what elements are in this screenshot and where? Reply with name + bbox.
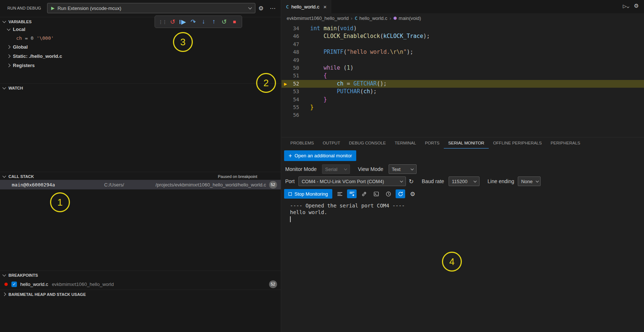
code-line-54[interactable]: 54 } xyxy=(282,96,644,104)
breakpoint-folder: evkbmimxrt1060_hello_world xyxy=(52,282,114,287)
stop-icon[interactable]: ■ xyxy=(230,17,239,27)
code-line-46[interactable]: 46 CLOCK_EnableClock(kCLOCK_Trace); xyxy=(282,32,644,40)
line-number[interactable]: 46 xyxy=(282,32,310,40)
code-line-47[interactable]: 47 xyxy=(282,41,644,48)
auto-reconnect-icon[interactable] xyxy=(396,189,405,198)
variables-scope-global[interactable]: Global xyxy=(7,44,28,50)
restart-icon[interactable]: ↺ xyxy=(220,17,229,27)
breakpoint-row[interactable]: ✓ hello_world.c evkbmimxrt1060_hello_wor… xyxy=(0,279,281,289)
code-line-52[interactable]: ▶52 ch = GETCHAR(); xyxy=(282,80,644,88)
debug-config-dropdown[interactable]: ▶ Run Extension (vscode-mcux) xyxy=(47,3,255,13)
tab-peripherals[interactable]: PERIPHERALS xyxy=(546,137,585,148)
stop-square-icon xyxy=(289,192,292,196)
drag-grip-icon[interactable]: ⋮⋮ xyxy=(158,17,167,27)
line-ending-label: Line ending xyxy=(488,178,514,184)
code-text: } xyxy=(310,104,314,111)
clear-output-icon[interactable] xyxy=(335,189,344,198)
open-additional-monitor-button[interactable]: + Open an additional monitor xyxy=(284,150,356,161)
annotation-circle-1: 1 xyxy=(50,192,70,212)
stop-monitoring-button[interactable]: Stop Monitoring xyxy=(284,189,332,199)
breadcrumb-folder[interactable]: evkbmimxrt1060_hello_world xyxy=(287,15,348,21)
link-icon[interactable] xyxy=(359,189,369,198)
breakpoint-file: hello_world.c xyxy=(20,282,48,287)
view-mode-dropdown[interactable]: Text xyxy=(389,164,417,174)
chevron-down-icon xyxy=(7,27,11,31)
variables-scope-local[interactable]: Local xyxy=(7,27,25,32)
port-dropdown[interactable]: COM4 - MCU-Link VCom Port (COM4) xyxy=(298,177,406,186)
vscode-window: RUN AND DEBUG ▶ Run Extension (vscode-mc… xyxy=(0,0,644,332)
gear-icon[interactable]: ⚙ xyxy=(258,5,263,12)
settings-icon[interactable]: ⚙ xyxy=(408,189,417,198)
registers-scope-label: Registers xyxy=(13,63,35,68)
tab-terminal[interactable]: TERMINAL xyxy=(390,137,421,148)
line-number[interactable]: 55 xyxy=(282,104,310,111)
step-into-icon[interactable]: ↓ xyxy=(199,17,208,27)
timestamp-icon[interactable] xyxy=(383,189,393,198)
tab-debug-console[interactable]: DEBUG CONSOLE xyxy=(344,137,390,148)
watch-section-header[interactable]: WATCH xyxy=(0,83,281,92)
breadcrumb-symbol[interactable]: ⬢ main(void) xyxy=(393,15,421,21)
code-line-48[interactable]: 48 PRINTF("hello world.\r\n"); xyxy=(282,48,644,56)
annotation-circle-2: 2 xyxy=(256,73,276,93)
more-actions-icon[interactable]: ⋯ xyxy=(270,5,276,12)
current-statement-arrow-icon[interactable]: ▶ xyxy=(284,80,287,88)
refresh-ports-icon[interactable]: ↻ xyxy=(409,178,414,185)
code-line-34[interactable]: 34int main(void) xyxy=(282,25,644,32)
line-number[interactable]: 54 xyxy=(282,96,310,104)
code-line-49[interactable]: 49 xyxy=(282,56,644,64)
tab-output[interactable]: OUTPUT xyxy=(318,137,344,148)
code-text: ch = GETCHAR(); xyxy=(310,80,387,88)
line-number[interactable]: 47 xyxy=(282,41,310,48)
tab-offline-peripherals[interactable]: OFFLINE PERIPHERALS xyxy=(489,137,546,148)
code-line-55[interactable]: 55} xyxy=(282,104,644,111)
line-number[interactable]: 51 xyxy=(282,72,310,80)
heap-section-header[interactable]: BAREMETAL HEAP AND STACK USAGE xyxy=(0,290,281,298)
call-stack-frame-row[interactable]: main@0x6000294a C:/Users/ /projects/evkb… xyxy=(0,180,281,189)
step-out-icon[interactable]: ↑ xyxy=(209,17,218,27)
code-line-51[interactable]: 51 { xyxy=(282,72,644,80)
code-text: } xyxy=(310,96,327,104)
tab-ports[interactable]: PORTS xyxy=(421,137,444,148)
sidebar-header: RUN AND DEBUG ▶ Run Extension (vscode-mc… xyxy=(0,0,281,16)
frame-path-left: C:/Users/ xyxy=(104,182,124,188)
terminal-cursor xyxy=(290,216,291,222)
code-line-53[interactable]: 53 PUTCHAR(ch); xyxy=(282,88,644,95)
baud-rate-dropdown[interactable]: 115200 xyxy=(449,177,480,186)
continue-icon[interactable]: ▶ xyxy=(178,17,187,27)
bottom-panel: PROBLEMS OUTPUT DEBUG CONSOLE TERMINAL P… xyxy=(282,137,644,332)
code-line-50[interactable]: 50 while (1) xyxy=(282,64,644,72)
breakpoints-section-header[interactable]: BREAKPOINTS xyxy=(0,270,281,279)
line-number[interactable]: 56 xyxy=(282,111,310,119)
variables-scope-static[interactable]: Static: ./hello_world.c xyxy=(7,53,62,59)
close-icon[interactable]: × xyxy=(323,4,327,10)
tab-label: hello_world.c xyxy=(291,4,319,10)
tab-hello-world[interactable]: C hello_world.c × xyxy=(282,0,331,13)
run-or-debug-icon[interactable]: ▷ xyxy=(623,3,629,9)
variables-scope-registers[interactable]: Registers xyxy=(7,63,35,68)
tab-serial-monitor[interactable]: SERIAL MONITOR xyxy=(444,137,489,148)
gear-icon[interactable]: ⚙ xyxy=(634,3,639,9)
tab-problems[interactable]: PROBLEMS xyxy=(286,137,318,148)
terminal-icon[interactable] xyxy=(371,189,381,198)
line-number[interactable]: 49 xyxy=(282,56,310,64)
step-over-icon[interactable]: ↷ xyxy=(189,17,198,27)
call-stack-section-header[interactable]: CALL STACK Paused on breakpoint xyxy=(0,172,281,181)
code-editor[interactable]: 34int main(void)46 CLOCK_EnableClock(kCL… xyxy=(282,25,644,119)
line-number[interactable]: 50 xyxy=(282,64,310,72)
breadcrumb-file[interactable]: C hello_world.c xyxy=(355,15,388,21)
reset-icon[interactable]: ↺ xyxy=(168,17,177,27)
breakpoint-checkbox[interactable]: ✓ xyxy=(11,282,17,287)
autoscroll-icon[interactable] xyxy=(347,189,357,198)
monitor-mode-dropdown[interactable]: Serial xyxy=(322,164,350,174)
serial-output[interactable]: ---- Opened the serial port COM4 ---- he… xyxy=(290,202,405,222)
start-debug-icon[interactable]: ▶ xyxy=(51,6,54,11)
code-line-56[interactable]: 56 xyxy=(282,111,644,119)
line-ending-dropdown[interactable]: None xyxy=(518,177,541,186)
line-number[interactable]: 34 xyxy=(282,25,310,32)
chevron-right-icon xyxy=(7,55,11,58)
line-number[interactable]: 53 xyxy=(282,88,310,95)
variable-ch[interactable]: ch = 0 '\000' xyxy=(16,35,54,41)
monitor-mode-label: Monitor Mode xyxy=(285,166,317,172)
line-number[interactable]: 48 xyxy=(282,48,310,56)
chevron-down-icon xyxy=(400,179,403,182)
